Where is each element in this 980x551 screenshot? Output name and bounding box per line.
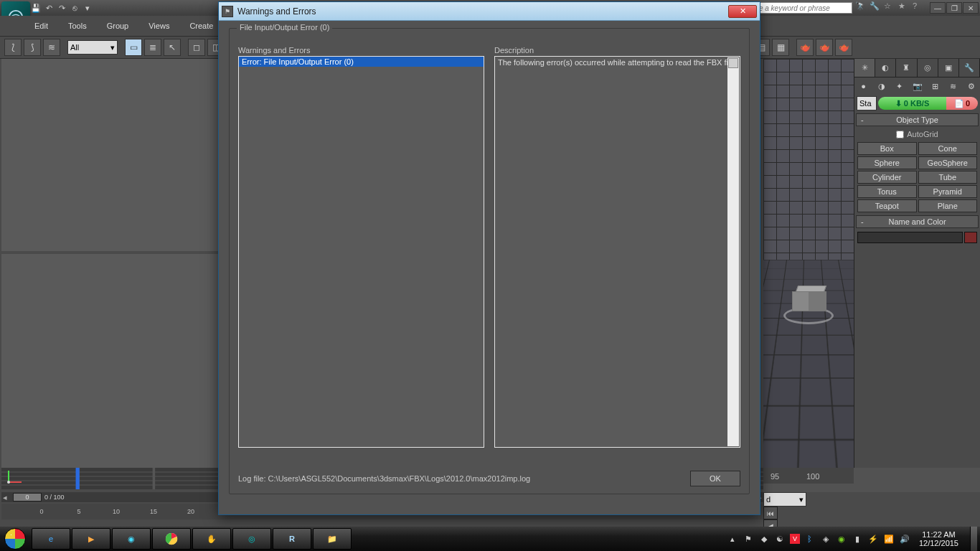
tab-create-icon[interactable]: ✳ (854, 59, 875, 77)
render-frame-icon[interactable]: ▦ (772, 39, 789, 56)
taskbar-media-icon[interactable]: ▶ (72, 528, 110, 550)
time-slider-thumb[interactable]: 0 (13, 493, 42, 501)
taskbar-bittorrent-icon[interactable]: ◉ (112, 528, 151, 550)
taskbar-ie-icon[interactable]: e (32, 528, 70, 550)
sub-spacewarps-icon[interactable]: ≋ (944, 77, 962, 95)
restore-button[interactable]: ❐ (946, 2, 962, 14)
errors-listbox[interactable]: Error: File Input/Output Error (0) (238, 56, 484, 448)
tray-app1-icon[interactable]: ◆ (758, 533, 770, 545)
favorite-icon[interactable]: ★ (898, 1, 911, 14)
select-object-icon[interactable]: ▭ (125, 39, 142, 56)
tab-utilities-icon[interactable]: 🔧 (959, 59, 980, 77)
obj-sphere[interactable]: Sphere (857, 156, 917, 169)
taskbar-explorer-icon[interactable]: 📁 (313, 528, 352, 550)
sub-helpers-icon[interactable]: ⊞ (926, 77, 944, 95)
tray-volume-icon[interactable]: 🔊 (899, 533, 910, 545)
viewport-top-left[interactable] (1, 59, 218, 251)
minimize-button[interactable]: — (930, 2, 946, 14)
tray-flag-icon[interactable]: ⚑ (743, 533, 754, 545)
tray-app2-icon[interactable]: ☯ (774, 533, 786, 545)
help-icon[interactable]: ? (913, 1, 925, 14)
obj-cylinder[interactable]: Cylinder (857, 171, 917, 184)
tab-modify-icon[interactable]: ◐ (875, 59, 896, 77)
render-toolbar: ▤ ▦ 🫖 🫖 🫖 (753, 36, 852, 59)
menu-group[interactable]: Group (107, 22, 129, 30)
taskbar-hand-icon[interactable]: ✋ (192, 528, 231, 550)
goto-start-icon[interactable]: ⏮ (763, 507, 778, 519)
teapot-render2-icon[interactable]: 🫖 (816, 39, 833, 56)
rollout-name-color[interactable]: -Name and Color (856, 215, 979, 228)
viewport-perspective[interactable] (763, 59, 854, 468)
bind-space-warp-icon[interactable]: ≋ (43, 39, 60, 56)
autogrid-checkbox[interactable] (896, 131, 904, 138)
select-arrow-icon[interactable]: ↖ (164, 39, 181, 56)
select-by-name-icon[interactable]: ≣ (144, 39, 161, 56)
undo-icon[interactable]: ↶ (43, 2, 55, 14)
teapot-render3-icon[interactable]: 🫖 (835, 39, 852, 56)
dialog-close-button[interactable]: ✕ (728, 5, 757, 18)
scrollbar-thumb[interactable] (728, 58, 738, 68)
obj-pyramid[interactable]: Pyramid (918, 185, 978, 198)
star-icon[interactable]: ☆ (884, 1, 897, 14)
obj-box[interactable]: Box (857, 142, 917, 155)
link-tool-icon[interactable]: ⟅ (4, 39, 22, 56)
menu-views[interactable]: Views (149, 22, 169, 30)
taskbar-revit-icon[interactable]: R (273, 528, 311, 550)
link-icon[interactable]: ⎋ (69, 2, 80, 14)
taskbar-chrome-icon[interactable] (152, 528, 191, 550)
tray-battery-icon[interactable]: ▮ (852, 533, 863, 545)
redo-icon[interactable]: ↷ (56, 2, 67, 14)
description-scrollbar[interactable] (727, 57, 739, 446)
title-right-icons: 🔭 🔧 ☆ ★ ? (855, 1, 925, 14)
sub-systems-icon[interactable]: ⚙ (962, 77, 980, 95)
obj-tube[interactable]: Tube (918, 171, 978, 184)
error-item[interactable]: Error: File Input/Output Error (0) (239, 57, 484, 67)
teapot-render1-icon[interactable]: 🫖 (796, 39, 814, 56)
binoculars-icon[interactable]: 🔭 (855, 1, 868, 14)
sub-lights-icon[interactable]: ✦ (890, 77, 908, 95)
ok-button[interactable]: OK (690, 471, 740, 486)
tray-clock[interactable]: 11:22 AM 12/12/2015 (915, 530, 963, 547)
qat-dropdown-icon[interactable]: ▾ (82, 2, 93, 14)
sub-geometry-icon[interactable]: ● (854, 77, 872, 95)
tab-motion-icon[interactable]: ◎ (918, 59, 938, 77)
viewport-bottom-left[interactable] (1, 254, 218, 469)
taskbar-3dsmax-icon[interactable]: ◎ (232, 528, 271, 550)
tray-nvidia-icon[interactable]: ◉ (836, 533, 847, 545)
wrench-icon[interactable]: 🔧 (870, 1, 882, 14)
obj-geosphere[interactable]: GeoSphere (918, 156, 978, 169)
obj-torus[interactable]: Torus (857, 185, 917, 198)
obj-plane[interactable]: Plane (918, 199, 978, 212)
sub-shapes-icon[interactable]: ◑ (872, 77, 890, 95)
obj-cone[interactable]: Cone (918, 142, 978, 155)
tray-vivaldi-icon[interactable]: V (790, 534, 800, 544)
start-button[interactable] (0, 527, 30, 551)
tray-bluetooth-icon[interactable]: ᛒ (804, 533, 816, 545)
menu-create[interactable]: Create (189, 22, 213, 30)
sub-cameras-icon[interactable]: 📷 (908, 77, 926, 95)
tray-shield-icon[interactable]: ◈ (820, 533, 831, 545)
tray-network-icon[interactable]: 📶 (883, 533, 895, 545)
tray-power-icon[interactable]: ⚡ (867, 533, 879, 545)
object-name-input[interactable] (857, 232, 963, 243)
tab-display-icon[interactable]: ▣ (938, 59, 959, 77)
rollout-object-type[interactable]: -Object Type (856, 113, 979, 126)
object-color-swatch[interactable] (964, 232, 977, 243)
command-panel: ✳ ◐ ♜ ◎ ▣ 🔧 ● ◑ ✦ 📷 ⊞ ≋ ⚙ Sta ⬇0 KB/S 📄0… (854, 59, 980, 468)
close-button[interactable]: ✕ (963, 2, 979, 14)
show-desktop-button[interactable] (970, 527, 977, 551)
help-search-input[interactable] (745, 2, 852, 14)
tray-up-icon[interactable]: ▴ (727, 533, 738, 545)
unlink-tool-icon[interactable]: ⟆ (24, 39, 41, 56)
dialog-titlebar[interactable]: ⚑ Warnings and Errors ✕ (219, 2, 760, 21)
snap-combo[interactable]: d▾ (763, 492, 806, 507)
rect-select-icon[interactable]: ◻ (188, 39, 205, 56)
menu-tools[interactable]: Tools (68, 22, 87, 30)
obj-teapot[interactable]: Teapot (857, 199, 917, 212)
selection-filter-combo[interactable]: All▾ (67, 40, 118, 55)
category-combo[interactable]: Sta (857, 96, 877, 110)
tab-hierarchy-icon[interactable]: ♜ (896, 59, 917, 77)
description-textbox[interactable]: The following error(s) occurred while at… (494, 56, 740, 448)
save-icon[interactable]: 💾 (30, 2, 42, 14)
menu-edit[interactable]: Edit (34, 22, 48, 30)
